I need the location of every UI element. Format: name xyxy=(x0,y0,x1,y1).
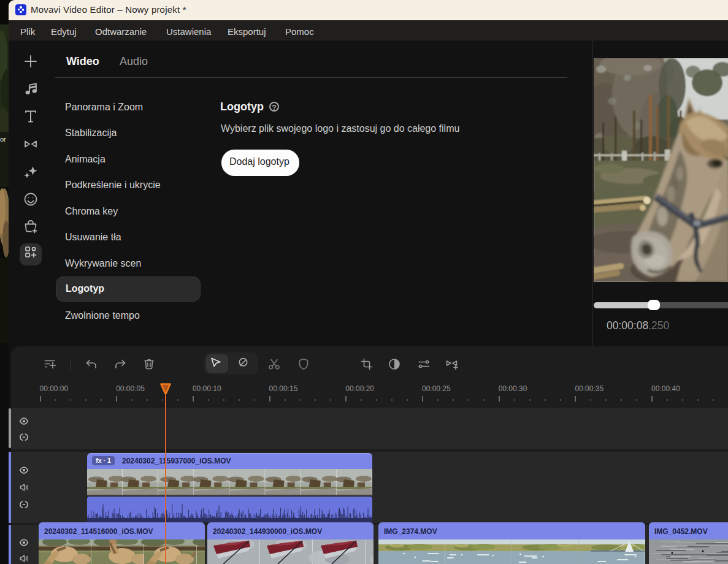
svg-text:or: or xyxy=(0,135,6,143)
